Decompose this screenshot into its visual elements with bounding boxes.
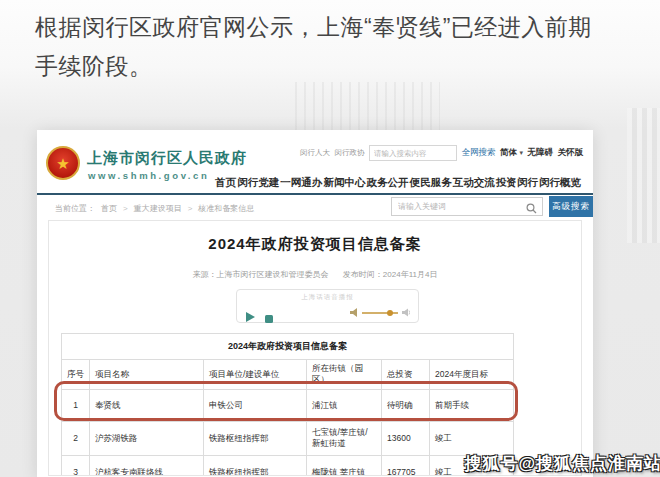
play-icon[interactable] <box>246 308 255 326</box>
national-emblem-logo: ★ <box>46 146 80 180</box>
site-search-button[interactable]: 全网搜索 <box>462 147 496 159</box>
breadcrumb-item-home[interactable]: 首页 <box>101 203 117 214</box>
cell-project-name: 沪杭客专南联络线 <box>90 455 204 476</box>
speaker-high-icon <box>402 308 410 317</box>
cell-index: 2 <box>62 421 90 455</box>
link-renda[interactable]: 闵行人大 <box>300 148 330 158</box>
col-header-index: 序号 <box>62 360 90 390</box>
page-title: 2024年政府投资项目信息备案 <box>49 235 581 254</box>
cell-unit: 铁路枢纽指挥部 <box>204 455 307 476</box>
page: 根据闵行区政府官网公示，上海“奉贤线”已经进入前期 手续阶段。 ★ 上海市闵行区… <box>0 0 660 477</box>
audio-player-label: 上海话语音播报 <box>237 293 418 302</box>
table-caption: 2024年政府投资项目信息备案 <box>62 334 514 360</box>
nav-divider-line <box>37 193 593 195</box>
speaker-low-icon <box>350 308 358 317</box>
cell-unit: 申铁公司 <box>204 389 307 421</box>
nav-item-invest[interactable]: 投资闵行 <box>496 176 538 190</box>
breadcrumb-label: 当前位置： <box>55 203 95 214</box>
col-header-unit: 项目单位/建设单位 <box>204 360 307 390</box>
site-search-input[interactable] <box>369 145 457 161</box>
advanced-search-button[interactable]: 高级搜索 <box>549 196 593 217</box>
nav-item-party[interactable]: 闵行党建 <box>237 176 279 190</box>
keyword-search-bar: 高级搜索 <box>391 196 593 217</box>
article-intro: 根据闵行区政府官网公示，上海“奉贤线”已经进入前期 手续阶段。 <box>35 8 635 86</box>
col-header-town: 所在街镇（园区） <box>307 360 382 390</box>
cell-index: 3 <box>62 455 90 476</box>
care-mode-link[interactable]: 关怀版 <box>557 147 583 159</box>
table-caption-row: 2024年政府投资项目信息备案 <box>62 334 514 360</box>
emblem-star-icon: ★ <box>56 156 69 171</box>
cell-unit: 铁路枢纽指挥部 <box>204 421 307 455</box>
table-header-row: 序号 项目名称 项目单位/建设单位 所在街镇（园区） 总投资 2024年度目标 <box>62 360 514 390</box>
cell-town: 梅陇镇 莘庄镇 <box>307 455 382 476</box>
nav-item-gov-info[interactable]: 政务公开 <box>367 176 409 190</box>
cell-index: 1 <box>62 389 90 421</box>
intro-line-2: 手续阶段。 <box>35 47 635 86</box>
gov-site-screenshot-card: ★ 上海市闵行区人民政府 www.shmh.gov.cn 闵行人大 闵行政协 全… <box>37 130 593 477</box>
language-select[interactable]: 简体 ▾ <box>500 147 523 159</box>
breadcrumb-item-filing-info[interactable]: 核准和备案信息 <box>198 203 254 214</box>
cell-investment: 13600 <box>382 421 430 455</box>
breadcrumb: 当前位置： 首页 > 重大建设项目 > 核准和备案信息 <box>55 203 254 214</box>
volume-slider[interactable] <box>362 312 398 314</box>
col-header-project-name: 项目名称 <box>90 360 204 390</box>
breadcrumb-item-projects[interactable]: 重大建设项目 <box>134 203 182 214</box>
cell-goal: 前期手续 <box>430 389 514 421</box>
nav-item-interaction[interactable]: 互动交流 <box>453 176 495 190</box>
nav-item-news[interactable]: 新闻中心 <box>323 176 365 190</box>
nav-item-public-service[interactable]: 便民服务 <box>410 176 452 190</box>
language-select-label: 简体 <box>500 147 517 157</box>
article-publish-time: 发布时间：2024年11月4日 <box>343 270 438 279</box>
background-stripes-decoration <box>295 82 440 134</box>
intro-line-1: 根据闵行区政府官网公示，上海“奉贤线”已经进入前期 <box>35 8 635 47</box>
nav-item-overview[interactable]: 闵行概览 <box>539 176 581 190</box>
col-header-investment: 总投资 <box>382 360 430 390</box>
header-utility-bar: 闵行人大 闵行政协 全网搜索 简体 ▾ 无障碍 关怀版 <box>300 144 583 162</box>
breadcrumb-separator: > <box>188 204 193 213</box>
article-meta: 来源：上海市闵行区建设和管理委员会 发布时间：2024年11月4日 <box>49 269 581 280</box>
link-zhengxie[interactable]: 闵行政协 <box>335 148 365 158</box>
volume-slider-handle[interactable] <box>387 310 393 316</box>
accessibility-link[interactable]: 无障碍 <box>527 147 553 159</box>
keyword-search-input[interactable] <box>391 197 543 216</box>
cell-project-name: 沪苏湖铁路 <box>90 421 204 455</box>
audio-controls <box>237 305 418 321</box>
nav-item-home[interactable]: 首页 <box>215 176 236 190</box>
cell-investment: 待明确 <box>382 389 430 421</box>
cell-investment: 167705 <box>382 455 430 476</box>
table-row-fengxian-line: 1 奉贤线 申铁公司 浦江镇 待明确 前期手续 <box>62 389 514 421</box>
chevron-down-icon: ▾ <box>519 149 523 156</box>
projects-table: 2024年政府投资项目信息备案 序号 项目名称 项目单位/建设单位 所在街镇（园… <box>61 333 514 476</box>
audio-player: 上海话语音播报 <box>236 289 419 323</box>
cell-town: 浦江镇 <box>307 389 382 421</box>
cell-town: 七宝镇/莘庄镇/新虹街道 <box>307 421 382 455</box>
site-title: 上海市闵行区人民政府 <box>87 149 247 168</box>
cell-project-name: 奉贤线 <box>90 389 204 421</box>
nav-item-services[interactable]: 一网通办 <box>280 176 322 190</box>
cell-goal: 竣工 <box>430 421 514 455</box>
site-url: www.shmh.gov.cn <box>88 170 209 181</box>
col-header-goal: 2024年度目标 <box>430 360 514 390</box>
breadcrumb-separator: > <box>123 204 128 213</box>
main-nav: 首页 闵行党建 一网通办 新闻中心 政务公开 便民服务 互动交流 投资闵行 闵行… <box>215 176 581 190</box>
watermark: 搜狐号@搜狐焦点淮南站 <box>464 452 660 475</box>
table-row-huhang-link: 3 沪杭客专南联络线 铁路枢纽指挥部 梅陇镇 莘庄镇 167705 竣工 <box>62 455 514 476</box>
search-icon[interactable] <box>526 200 537 218</box>
volume-control <box>350 308 410 317</box>
stop-icon[interactable] <box>265 309 273 327</box>
background-edge-decoration <box>627 108 660 243</box>
article-source: 来源：上海市闵行区建设和管理委员会 <box>193 270 329 279</box>
article-content-box: 2024年政府投资项目信息备案 来源：上海市闵行区建设和管理委员会 发布时间：2… <box>48 220 582 476</box>
table-row-husuhu-railway: 2 沪苏湖铁路 铁路枢纽指挥部 七宝镇/莘庄镇/新虹街道 13600 竣工 <box>62 421 514 455</box>
